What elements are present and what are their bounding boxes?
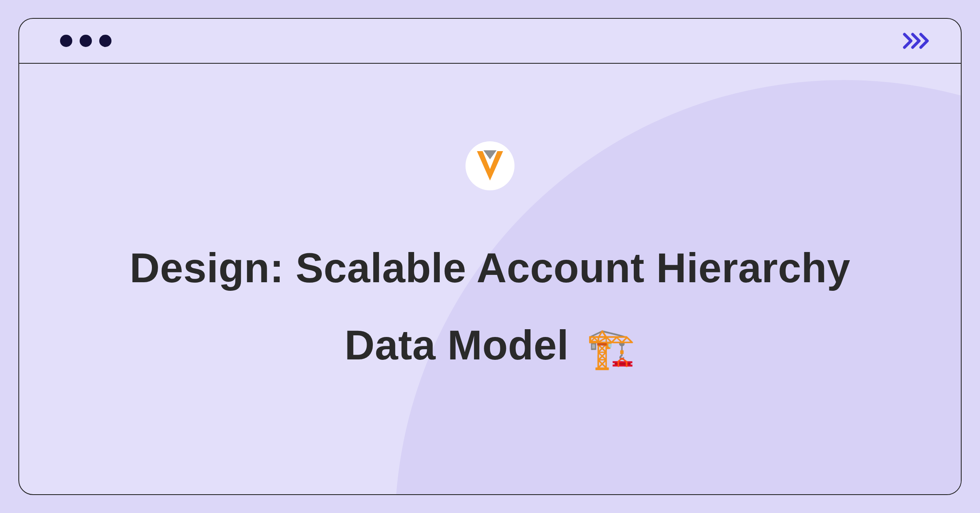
window-titlebar <box>19 19 961 64</box>
crane-emoji-icon: 🏗️ <box>586 326 636 370</box>
veeva-logo-icon <box>474 149 506 183</box>
browser-window: Design: Scalable Account Hierarchy Data … <box>18 18 962 495</box>
window-control-dot[interactable] <box>99 35 111 47</box>
window-control-dot[interactable] <box>80 35 92 47</box>
window-control-dot[interactable] <box>60 35 72 47</box>
window-controls <box>60 35 111 47</box>
forward-chevrons-icon[interactable] <box>903 33 931 49</box>
card-headline: Design: Scalable Account Hierarchy Data … <box>102 230 878 384</box>
company-logo-badge <box>466 141 514 190</box>
headline-text: Design: Scalable Account Hierarchy Data … <box>130 245 851 368</box>
card-content: Design: Scalable Account Hierarchy Data … <box>19 64 961 494</box>
